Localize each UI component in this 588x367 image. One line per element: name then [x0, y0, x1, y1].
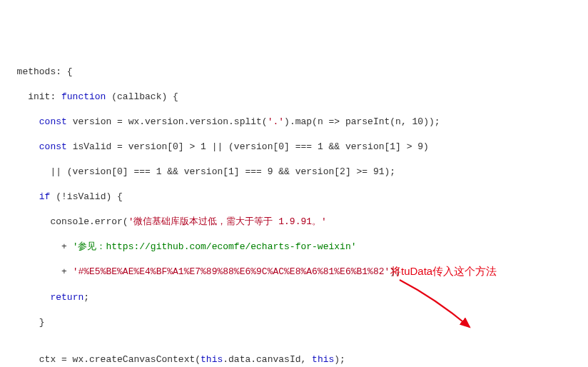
code-line: const isValid = version[0] > 1 || (versi…: [6, 141, 582, 154]
code-line: const version = wx.version.version.split…: [6, 116, 582, 129]
code-line: ctx = wx.createCanvasContext(this.data.c…: [6, 353, 582, 366]
code-line: + '参见：https://github.com/ecomfe/echarts-…: [6, 241, 582, 253]
code-line: return;: [6, 291, 582, 304]
annotation-text: 将tuData传入这个方法: [390, 264, 497, 278]
code-block: methods: { init: function (callback) { c…: [6, 53, 582, 367]
code-line: if (!isValid) {: [6, 191, 582, 203]
code-line: }: [6, 316, 582, 329]
code-line: || (version[0] === 1 && version[1] === 9…: [6, 166, 582, 179]
code-line: methods: {: [6, 66, 582, 79]
code-line: console.error('微信基础库版本过低，需大于等于 1.9.91。': [6, 216, 582, 228]
code-line: init: function (callback) {: [6, 91, 582, 104]
